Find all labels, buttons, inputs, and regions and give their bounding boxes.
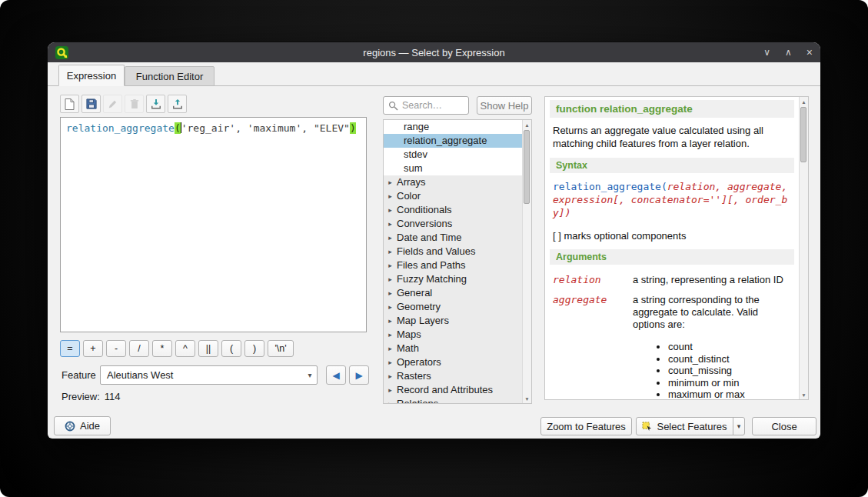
save-expression-button[interactable] bbox=[81, 95, 101, 113]
function-item[interactable]: sum bbox=[384, 162, 522, 175]
feature-combobox[interactable]: Aleutians West ▾ bbox=[100, 365, 318, 385]
operator-button-newline[interactable]: '\n' bbox=[268, 340, 294, 357]
function-group-item[interactable]: ▸Relations bbox=[384, 397, 522, 403]
operator-button-close-paren[interactable]: ) bbox=[244, 340, 264, 357]
function-item[interactable]: range bbox=[384, 120, 522, 134]
operator-button-equals[interactable]: = bbox=[60, 340, 80, 357]
search-icon bbox=[388, 101, 398, 111]
tab-function-editor[interactable]: Function Editor bbox=[125, 66, 215, 86]
search-input[interactable] bbox=[402, 100, 462, 111]
function-group-item[interactable]: ▸Date and Time bbox=[384, 231, 522, 245]
operator-button-divide[interactable]: / bbox=[129, 340, 149, 357]
show-help-button[interactable]: Show Help bbox=[477, 96, 532, 115]
previous-feature-button[interactable]: ◀ bbox=[326, 365, 346, 385]
function-group-item[interactable]: ▸Record and Attributes bbox=[384, 383, 522, 397]
expression-editor[interactable]: relation_aggregate('reg_air', 'maximum',… bbox=[60, 117, 367, 332]
expand-arrow-icon[interactable]: ▸ bbox=[384, 231, 397, 245]
import-expression-button[interactable] bbox=[146, 95, 165, 113]
function-list-scrollbar[interactable]: ▲ ▼ bbox=[522, 120, 531, 403]
function-list: range relation_aggregate stdev sum ▸Arra… bbox=[383, 119, 532, 404]
expand-arrow-icon[interactable]: ▸ bbox=[384, 189, 397, 203]
expand-arrow-icon[interactable]: ▸ bbox=[384, 217, 397, 231]
expand-arrow-icon[interactable]: ▸ bbox=[384, 259, 397, 272]
function-group-item[interactable]: ▸Fields and Values bbox=[384, 245, 522, 259]
help-button[interactable]: Aide bbox=[54, 416, 111, 435]
scrollbar-thumb[interactable] bbox=[524, 130, 530, 204]
expand-arrow-icon[interactable]: ▸ bbox=[384, 300, 397, 314]
scroll-up-icon[interactable]: ▲ bbox=[523, 120, 531, 129]
function-group-item[interactable]: ▸Operators bbox=[384, 355, 522, 369]
function-group-item[interactable]: ▸Math bbox=[384, 342, 522, 355]
function-group-item[interactable]: ▸Maps bbox=[384, 328, 522, 342]
operator-button-power[interactable]: ^ bbox=[175, 340, 195, 357]
function-group-item[interactable]: ▸Color bbox=[384, 189, 522, 203]
expand-arrow-icon[interactable]: ▸ bbox=[384, 383, 397, 397]
expand-arrow-icon[interactable]: ▸ bbox=[384, 328, 397, 342]
function-group-label: Arrays bbox=[397, 175, 426, 189]
feature-label: Feature bbox=[62, 365, 96, 385]
chevron-down-icon[interactable]: ▾ bbox=[303, 371, 317, 379]
titlebar[interactable]: regions — Select by Expression ∨ ∧ × bbox=[48, 42, 820, 62]
expand-arrow-icon[interactable]: ▸ bbox=[384, 175, 397, 189]
expand-arrow-icon[interactable]: ▸ bbox=[384, 397, 397, 403]
help-content: function relation_aggregate Returns an a… bbox=[545, 97, 799, 399]
function-group-label: Color bbox=[397, 189, 421, 203]
tab-expression[interactable]: Expression bbox=[58, 65, 125, 86]
window-shade-button[interactable]: ∨ bbox=[763, 42, 770, 62]
scroll-up-icon[interactable]: ▲ bbox=[800, 97, 808, 106]
window-maximize-button[interactable]: ∧ bbox=[785, 42, 792, 62]
next-feature-button[interactable]: ▶ bbox=[349, 365, 369, 385]
function-item-label: relation_aggregate bbox=[404, 135, 487, 146]
operator-button-row: = + - / * ^ || ( ) '\n' bbox=[60, 340, 294, 357]
function-group-label: Conditionals bbox=[397, 203, 452, 217]
zoom-to-features-button[interactable]: Zoom to Features bbox=[540, 417, 632, 435]
argument-name: relation bbox=[553, 274, 633, 286]
code-arguments-token: 'reg_air', 'maximum', "ELEV" bbox=[181, 122, 350, 134]
scroll-down-icon[interactable]: ▼ bbox=[800, 390, 808, 399]
function-group-item[interactable]: ▸Geometry bbox=[384, 300, 522, 314]
aggregate-option: minimum or min bbox=[668, 377, 791, 389]
window-close-button[interactable]: × bbox=[806, 42, 813, 62]
function-group-item[interactable]: ▸Files and Paths bbox=[384, 259, 522, 272]
expand-arrow-icon[interactable]: ▸ bbox=[384, 342, 397, 355]
new-expression-button[interactable] bbox=[60, 95, 79, 113]
expand-arrow-icon[interactable]: ▸ bbox=[384, 286, 397, 300]
operator-button-concat[interactable]: || bbox=[198, 340, 218, 357]
scroll-down-icon[interactable]: ▼ bbox=[523, 394, 531, 403]
function-help-panel: function relation_aggregate Returns an a… bbox=[544, 96, 809, 400]
right-arrow-icon: ▶ bbox=[355, 370, 362, 381]
function-group-item[interactable]: ▸Arrays bbox=[384, 175, 522, 189]
function-group-item[interactable]: ▸Rasters bbox=[384, 369, 522, 383]
select-features-dropdown-arrow[interactable]: ▾ bbox=[733, 418, 744, 435]
syntax-code: relation_aggregate(relation, aggregate, … bbox=[553, 180, 791, 219]
function-group-item[interactable]: ▸Conditionals bbox=[384, 203, 522, 217]
operator-button-plus[interactable]: + bbox=[83, 340, 103, 357]
aggregate-option: maximum or max bbox=[668, 389, 791, 399]
function-item-relation-aggregate[interactable]: relation_aggregate bbox=[384, 134, 522, 148]
expression-toolbar bbox=[60, 95, 187, 113]
expand-arrow-icon[interactable]: ▸ bbox=[384, 245, 397, 259]
function-item[interactable]: stdev bbox=[384, 148, 522, 162]
export-expression-button[interactable] bbox=[168, 95, 187, 113]
expand-arrow-icon[interactable]: ▸ bbox=[384, 355, 397, 369]
aggregate-option: count bbox=[668, 341, 791, 353]
function-group-item[interactable]: ▸Conversions bbox=[384, 217, 522, 231]
function-group-item[interactable]: ▸Map Layers bbox=[384, 314, 522, 328]
operator-button-multiply[interactable]: * bbox=[152, 340, 172, 357]
function-group-item[interactable]: ▸Fuzzy Matching bbox=[384, 272, 522, 286]
function-group-label: Files and Paths bbox=[397, 259, 466, 272]
scrollbar-thumb[interactable] bbox=[800, 107, 806, 162]
operator-button-minus[interactable]: - bbox=[106, 340, 126, 357]
code-function-token: relation_aggregate bbox=[66, 122, 175, 134]
select-features-button[interactable]: Select Features bbox=[637, 418, 733, 435]
expand-arrow-icon[interactable]: ▸ bbox=[384, 203, 397, 217]
expand-arrow-icon[interactable]: ▸ bbox=[384, 314, 397, 328]
help-panel-scrollbar[interactable]: ▲ ▼ bbox=[799, 97, 808, 399]
close-button[interactable]: Close bbox=[752, 417, 816, 435]
function-group-label: Operators bbox=[397, 355, 441, 369]
function-group-item[interactable]: ▸General bbox=[384, 286, 522, 300]
expand-arrow-icon[interactable]: ▸ bbox=[384, 272, 397, 286]
save-icon bbox=[86, 98, 97, 109]
expand-arrow-icon[interactable]: ▸ bbox=[384, 369, 397, 383]
operator-button-open-paren[interactable]: ( bbox=[221, 340, 241, 357]
